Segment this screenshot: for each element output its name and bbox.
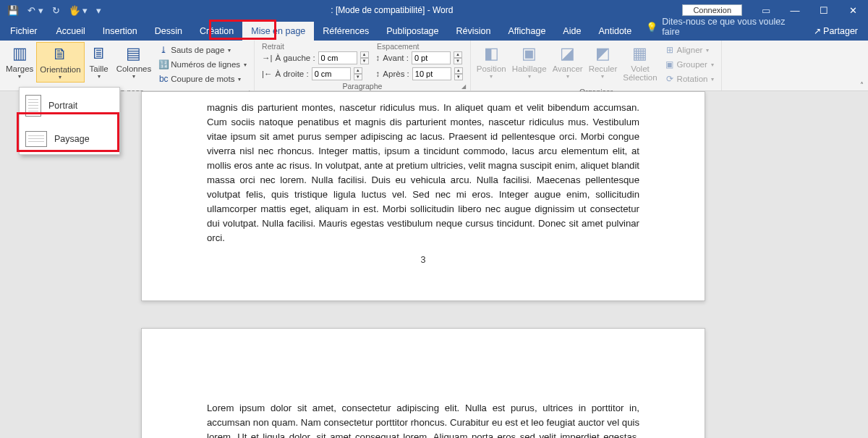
space-before-input[interactable] bbox=[412, 51, 451, 64]
orientation-landscape-item[interactable]: Paysage bbox=[20, 124, 119, 154]
page-number: 3 bbox=[142, 255, 705, 265]
group-icon: ▣ bbox=[665, 59, 675, 70]
collapse-ribbon-button[interactable]: ˄ bbox=[860, 81, 864, 89]
window-title: : [Mode de compatibilité] - Word bbox=[101, 5, 682, 15]
share-button[interactable]: Partager bbox=[804, 22, 868, 41]
rotation-button: ⟳Rotation▾ bbox=[663, 72, 716, 86]
tab-draw[interactable]: Dessin bbox=[146, 22, 191, 41]
page-body-text[interactable]: Lorem ipsum dolor sit amet, consectetur … bbox=[207, 401, 639, 438]
save-icon[interactable]: 💾 bbox=[7, 5, 19, 16]
tab-antidote[interactable]: Antidote bbox=[590, 22, 640, 41]
orientation-icon: 🗎 bbox=[50, 44, 70, 64]
group-button: ▣Grouper▾ bbox=[663, 57, 716, 72]
hyphenation-button[interactable]: bcCoupure de mots▾ bbox=[157, 72, 248, 86]
indent-right-down[interactable]: ▼ bbox=[354, 74, 362, 80]
position-button: ◧Position bbox=[474, 42, 509, 81]
align-button: ⊞Aligner▾ bbox=[663, 43, 716, 57]
tab-layout[interactable]: Mise en page bbox=[242, 22, 314, 41]
position-icon: ◧ bbox=[481, 43, 501, 64]
line-numbers-icon: 🔢 bbox=[158, 59, 169, 70]
portrait-page-icon bbox=[25, 95, 41, 117]
maximize-icon[interactable]: ☐ bbox=[810, 0, 838, 20]
orientation-dropdown: Portrait Paysage bbox=[19, 87, 120, 155]
space-before-icon: ↕ bbox=[376, 54, 380, 62]
landscape-page-icon bbox=[25, 131, 47, 147]
line-numbers-button[interactable]: 🔢Numéros de lignes▾ bbox=[157, 57, 248, 72]
redo-icon[interactable]: ↻ bbox=[52, 5, 60, 16]
tab-insert[interactable]: Insertion bbox=[94, 22, 146, 41]
breaks-button[interactable]: ⤓Sauts de page▾ bbox=[157, 43, 248, 57]
bring-forward-button: ◪Avancer bbox=[550, 42, 586, 81]
tab-file[interactable]: Fichier bbox=[0, 22, 48, 41]
spacing-title: Espacement bbox=[377, 42, 419, 51]
send-backward-button: ◩Reculer bbox=[586, 42, 621, 81]
breaks-icon: ⤓ bbox=[158, 45, 169, 55]
document-page: Lorem ipsum dolor sit amet, consectetur … bbox=[141, 328, 705, 438]
indent-right-up[interactable]: ▲ bbox=[354, 67, 362, 74]
space-after-input[interactable] bbox=[412, 67, 451, 80]
lightbulb-icon: 💡 bbox=[646, 22, 658, 33]
close-icon[interactable]: ✕ bbox=[839, 0, 867, 20]
document-page: magnis dis parturient montes, nascetur r… bbox=[141, 91, 705, 301]
orientation-button[interactable]: 🗎 Orientation bbox=[36, 42, 84, 83]
indent-left-input[interactable] bbox=[318, 51, 357, 64]
space-before-up[interactable]: ▲ bbox=[454, 51, 462, 58]
tab-home[interactable]: Accueil bbox=[48, 22, 94, 41]
size-icon: 🗏 bbox=[89, 43, 109, 64]
space-after-down[interactable]: ▼ bbox=[454, 74, 463, 80]
indent-left-down[interactable]: ▼ bbox=[360, 58, 369, 64]
tab-references[interactable]: Références bbox=[314, 22, 378, 41]
tab-review[interactable]: Révision bbox=[448, 22, 500, 41]
sign-in-button[interactable]: Connexion bbox=[682, 4, 742, 16]
indent-left-up[interactable]: ▲ bbox=[360, 51, 369, 58]
margins-button[interactable]: ▥ Marges bbox=[3, 42, 36, 81]
tab-view[interactable]: Affichage bbox=[499, 22, 554, 41]
size-button[interactable]: 🗏 Taille bbox=[85, 42, 114, 81]
selection-pane-button[interactable]: ▦VoletSélection bbox=[620, 42, 660, 83]
page-body-text[interactable]: magnis dis parturient montes, nascetur r… bbox=[207, 101, 639, 245]
orientation-portrait-item[interactable]: Portrait bbox=[20, 88, 119, 124]
tell-me-placeholder: Dites-nous ce que vous voulez faire bbox=[662, 17, 803, 37]
paragraph-launcher[interactable]: ◢ bbox=[461, 83, 466, 90]
wrap-icon: ▣ bbox=[519, 43, 540, 64]
rotate-icon: ⟳ bbox=[665, 74, 675, 84]
indent-left-icon: →| bbox=[262, 54, 273, 62]
forward-icon: ◪ bbox=[558, 43, 578, 64]
paragraph-group-label: Paragraphe bbox=[343, 82, 383, 90]
touch-icon[interactable]: 🖐 ▾ bbox=[69, 5, 88, 16]
margins-icon: ▥ bbox=[9, 43, 30, 64]
columns-icon: ▤ bbox=[124, 43, 144, 64]
backward-icon: ◩ bbox=[592, 43, 613, 64]
space-after-icon: ↕ bbox=[376, 70, 380, 78]
undo-icon[interactable]: ↶ ▾ bbox=[27, 5, 43, 16]
space-after-up[interactable]: ▲ bbox=[454, 67, 463, 74]
indent-title: Retrait bbox=[262, 42, 284, 51]
tab-design[interactable]: Création bbox=[191, 22, 242, 41]
space-before-down[interactable]: ▼ bbox=[454, 58, 462, 64]
tab-help[interactable]: Aide bbox=[554, 22, 590, 41]
tab-mailings[interactable]: Publipostage bbox=[378, 22, 447, 41]
qat-customize-icon[interactable]: ▾ bbox=[96, 5, 101, 16]
wrap-text-button: ▣Habillage bbox=[509, 42, 550, 81]
hyphenation-icon: bc bbox=[158, 74, 169, 84]
indent-right-input[interactable] bbox=[312, 67, 351, 80]
tell-me-input[interactable]: 💡 Dites-nous ce que vous voulez faire bbox=[646, 17, 803, 41]
document-canvas[interactable]: magnis dis parturient montes, nascetur r… bbox=[0, 91, 868, 438]
indent-right-icon: |← bbox=[262, 70, 273, 78]
selection-pane-icon: ▦ bbox=[630, 43, 650, 64]
align-icon: ⊞ bbox=[665, 45, 675, 55]
columns-button[interactable]: ▤ Colonnes bbox=[114, 42, 155, 81]
